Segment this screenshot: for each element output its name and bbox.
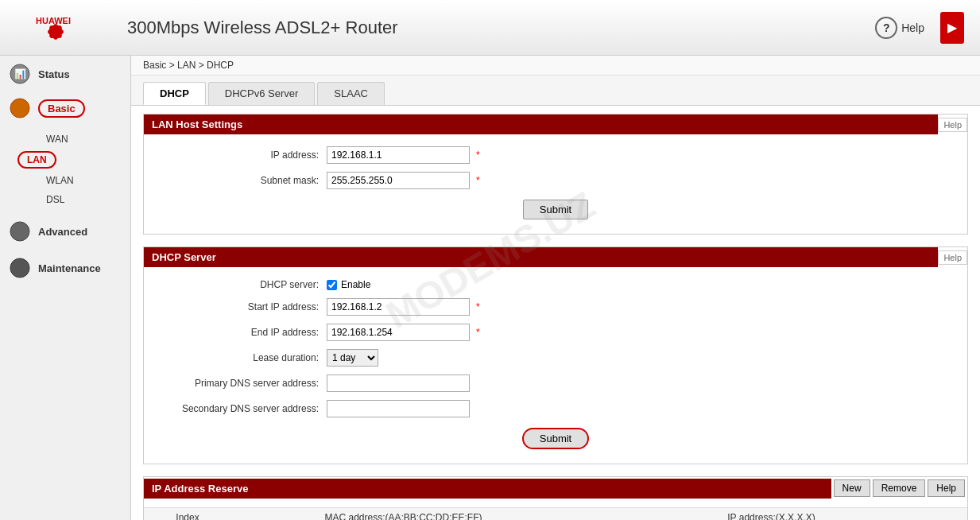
- secondary-dns-label: Secondary DNS server address:: [152, 403, 327, 414]
- sidebar: 📊 Status Basic WAN LAN WLAN: [0, 56, 131, 520]
- dhcp-enable-input-wrap: Enable: [327, 279, 370, 290]
- status-icon: 📊: [8, 62, 32, 86]
- start-ip-row: Start IP address: *: [144, 294, 967, 320]
- ip-reserve-help-button[interactable]: Help: [928, 479, 965, 497]
- header-actions: ? Help ▶: [875, 12, 964, 44]
- section-ip-reserve-title: IP Address Reserve: [152, 483, 248, 495]
- help-label: Help: [901, 21, 924, 34]
- sidebar-sub-lan-label[interactable]: LAN: [17, 151, 56, 169]
- basic-icon: [8, 96, 32, 120]
- section-lan-host-header: LAN Host Settings: [144, 114, 938, 134]
- dhcp-enable-row: DHCP server: Enable: [144, 275, 967, 294]
- end-ip-required: *: [476, 327, 480, 338]
- svg-point-7: [10, 99, 29, 118]
- end-ip-input[interactable]: [327, 324, 470, 341]
- section-ip-reserve: IP Address Reserve New Remove Help Index…: [143, 476, 968, 520]
- col-index: Index: [156, 512, 219, 520]
- help-button[interactable]: ? Help: [875, 17, 924, 39]
- advanced-icon: [8, 219, 32, 243]
- dhcp-enable-text: Enable: [341, 279, 370, 290]
- dhcp-server-label: DHCP server:: [152, 279, 327, 290]
- svg-point-8: [10, 222, 29, 241]
- sidebar-sub-dsl[interactable]: DSL: [8, 190, 74, 209]
- lease-duration-select[interactable]: 1 day 2 days 3 days 1 week: [327, 349, 378, 367]
- huawei-logo: HUAWEI: [16, 8, 95, 48]
- primary-dns-label: Primary DNS server address:: [152, 378, 327, 389]
- primary-dns-row: Primary DNS server address:: [144, 371, 967, 396]
- tab-dhcp[interactable]: DHCP: [143, 82, 206, 105]
- lan-host-body: IP address: * Subnet mask: *: [144, 134, 967, 234]
- page-title: 300Mbps Wireless ADSL2+ Router: [127, 17, 398, 38]
- sidebar-sub-wan[interactable]: WAN: [8, 130, 74, 149]
- ip-address-row: IP address: *: [144, 142, 967, 168]
- end-ip-label: End IP address:: [152, 327, 327, 338]
- main-content: Basic > LAN > DHCP DHCP DHCPv6 Server SL…: [131, 56, 980, 520]
- lease-duration-row: Lease duration: 1 day 2 days 3 days 1 we…: [144, 345, 967, 371]
- sidebar-item-basic[interactable]: Basic WAN LAN WLAN DSL: [0, 92, 130, 213]
- dhcp-server-body: DHCP server: Enable Start IP address: *: [144, 267, 967, 464]
- sidebar-item-status[interactable]: 📊 Status: [0, 56, 130, 92]
- secondary-dns-input-wrap: [327, 400, 470, 417]
- sidebar-item-advanced-label: Advanced: [38, 226, 87, 238]
- dhcp-server-help-button[interactable]: Help: [938, 250, 967, 265]
- sidebar-item-maintenance[interactable]: Maintenance: [0, 250, 130, 286]
- section-dhcp-server: DHCP Server Help DHCP server: Enable: [143, 246, 968, 464]
- start-ip-input-wrap: *: [327, 298, 480, 316]
- ip-address-input[interactable]: [327, 146, 470, 164]
- lease-duration-label: Lease duration:: [152, 352, 327, 363]
- svg-text:HUAWEI: HUAWEI: [36, 16, 71, 25]
- start-ip-input[interactable]: [327, 298, 470, 316]
- lan-host-submit-row: Submit: [144, 193, 967, 226]
- sidebar-item-advanced[interactable]: Advanced: [0, 213, 130, 250]
- end-ip-input-wrap: *: [327, 324, 480, 341]
- dhcp-enable-checkbox[interactable]: [327, 280, 337, 290]
- section-dhcp-header: DHCP Server: [144, 247, 938, 267]
- tab-dhcpv6[interactable]: DHCPv6 Server: [208, 82, 315, 105]
- lease-duration-input-wrap: 1 day 2 days 3 days 1 week: [327, 349, 378, 367]
- logout-button[interactable]: ▶: [940, 12, 964, 44]
- section-lan-host: LAN Host Settings Help IP address: * Sub…: [143, 114, 968, 235]
- ip-reserve-new-button[interactable]: New: [834, 479, 870, 497]
- sidebar-item-maintenance-label: Maintenance: [38, 262, 101, 274]
- sidebar-sub-dsl-label: DSL: [8, 192, 74, 208]
- ip-address-required: *: [476, 149, 480, 161]
- subnet-mask-input-wrap: *: [327, 172, 480, 189]
- secondary-dns-input[interactable]: [327, 400, 470, 417]
- tab-bar: DHCP DHCPv6 Server SLAAC: [131, 76, 980, 106]
- section-lan-host-title: LAN Host Settings: [152, 118, 242, 130]
- svg-point-9: [10, 258, 29, 277]
- secondary-dns-row: Secondary DNS server address:: [144, 396, 967, 421]
- tab-slaac[interactable]: SLAAC: [317, 82, 385, 105]
- end-ip-row: End IP address: *: [144, 320, 967, 345]
- sidebar-sub-wlan-label: WLAN: [8, 173, 74, 188]
- ip-address-input-wrap: *: [327, 146, 480, 164]
- ip-address-label: IP address:: [152, 149, 327, 161]
- subnet-mask-required: *: [476, 175, 480, 186]
- col-mac: MAC address:(AA:BB:CC:DD:EE:FF): [219, 512, 587, 520]
- subnet-mask-row: Subnet mask: *: [144, 168, 967, 193]
- lan-host-help-button[interactable]: Help: [938, 118, 967, 132]
- sidebar-sub-wlan[interactable]: WLAN: [8, 171, 74, 190]
- logout-icon: ▶: [947, 20, 957, 35]
- section-ip-reserve-header: IP Address Reserve: [144, 479, 831, 499]
- sidebar-item-basic-label[interactable]: Basic: [38, 99, 85, 118]
- ip-reserve-body: Index MAC address:(AA:BB:CC:DD:EE:FF) IP…: [144, 499, 967, 520]
- logo-area: HUAWEI 300Mbps Wireless ADSL2+ Router: [16, 8, 398, 48]
- dhcp-server-submit-row: Submit: [144, 421, 967, 456]
- dhcp-server-submit-button[interactable]: Submit: [522, 428, 589, 449]
- subnet-mask-label: Subnet mask:: [152, 175, 327, 186]
- primary-dns-input[interactable]: [327, 374, 470, 392]
- subnet-mask-input[interactable]: [327, 172, 470, 189]
- maintenance-icon: [8, 256, 32, 280]
- ip-reserve-buttons: New Remove Help: [831, 477, 967, 499]
- svg-text:📊: 📊: [14, 68, 26, 80]
- sidebar-sub-wan-label: WAN: [8, 131, 74, 147]
- ip-reserve-remove-button[interactable]: Remove: [873, 479, 926, 497]
- section-dhcp-title: DHCP Server: [152, 251, 216, 263]
- header: HUAWEI 300Mbps Wireless ADSL2+ Router ? …: [0, 0, 980, 56]
- lan-host-submit-button[interactable]: Submit: [523, 200, 588, 219]
- start-ip-required: *: [476, 301, 480, 312]
- huawei-logo-svg: HUAWEI: [32, 8, 79, 48]
- help-circle-icon: ?: [875, 17, 897, 39]
- sidebar-sub-lan[interactable]: LAN: [8, 149, 74, 171]
